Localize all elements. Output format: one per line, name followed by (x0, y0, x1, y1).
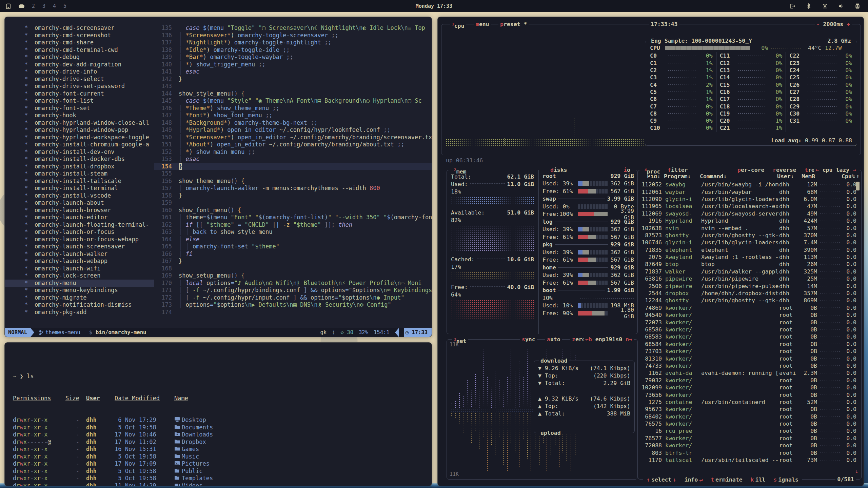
process-row[interactable]: 87573ghostty/usr/bin/ghostty --gtk-dhh37… (639, 232, 860, 239)
file-item[interactable]: *omarchy-install-chromium-google-a (5, 141, 154, 148)
process-row[interactable]: 94540kworker/root0B0.0 (639, 311, 860, 319)
workspace-3[interactable]: 3 (42, 3, 45, 9)
tab-per-core[interactable]: per-core (736, 167, 766, 173)
workspace-active[interactable] (19, 4, 24, 8)
process-row[interactable]: 106746glycin-i/usr/lib/glycin-loadersdhh… (639, 239, 860, 246)
file-item[interactable]: *omarchy-migrate (5, 294, 154, 302)
file-item[interactable]: *omarchy-font-list (5, 97, 154, 105)
process-row[interactable]: 76577kworker/root0B0.0 (639, 435, 860, 442)
file-item[interactable]: *omarchy-drive-info (5, 68, 154, 76)
file-item[interactable]: *omarchy-hyprland-window-close-all (5, 119, 154, 127)
process-row[interactable]: 2075XwaylandXwayland :1 -rootless -dhh11… (639, 253, 860, 261)
footer-signals-button[interactable]: signals (772, 476, 800, 483)
process-row[interactable]: 95673kworker/root0B0.0 (639, 406, 860, 413)
process-row[interactable]: 112090glycin-i/usr/lib/glycin-loadersdhh… (639, 196, 860, 203)
process-row[interactable]: 16rcu_preeroot0B0.0 (639, 427, 860, 434)
proc-scrollbar-thumb[interactable] (856, 182, 860, 190)
file-item[interactable]: *omarchy-lock-screen (5, 272, 154, 280)
file-item[interactable]: *omarchy-install-terminal (5, 185, 154, 192)
file-item[interactable]: *omarchy-dev-add-migration (5, 61, 154, 68)
process-row[interactable]: 102099kworker/root0B0.0 (639, 384, 860, 391)
process-row[interactable]: 1162avahi-daavahi-daemon: running [avahi… (639, 369, 860, 377)
process-row[interactable]: 73656kworker/root0B0.0 (639, 391, 860, 398)
process-row[interactable]: 73703kworker/root0B0.0 (639, 348, 860, 355)
process-row[interactable]: 68402kworker/root0B0.0 (639, 413, 860, 420)
tab-filter[interactable]: filter (666, 167, 690, 173)
file-item[interactable]: *omarchy-launch-about (5, 199, 154, 207)
file-item[interactable]: *omarchy-menu-keybindings (5, 287, 154, 294)
process-row[interactable]: 112052swaybg/usr/bin/swaybg -i /homdhh12… (639, 181, 860, 188)
file-item[interactable]: *omarchy-font-current (5, 90, 154, 98)
process-row[interactable]: 87649btopbtopdhh26M0.0 (639, 261, 860, 268)
file-item[interactable]: *omarchy-launch-screensaver (5, 243, 154, 250)
editor-window[interactable]: *omarchy-cmd-screensaver*omarchy-cmd-scr… (4, 17, 432, 337)
file-item[interactable]: *omarchy-launch-or-focus-webapp (5, 236, 154, 243)
process-row[interactable]: 79032kworker/root0B0.0 (639, 377, 860, 384)
file-item[interactable]: *omarchy-drive-select (5, 76, 154, 83)
process-row[interactable]: 803btrfs-trroot0B0.0 (639, 449, 860, 456)
tab-auto[interactable]: auto (545, 336, 562, 343)
file-item[interactable]: *omarchy-launch-floating-terminal- (5, 221, 154, 229)
process-row[interactable]: 111965localsea/usr/lib/localsearch-exdhh… (639, 203, 860, 210)
workspace-2[interactable]: 2 (32, 3, 35, 9)
sort-column-selector[interactable]: ← cpu lazy → (814, 167, 858, 173)
file-item[interactable]: *omarchy-launch-walker (5, 250, 154, 258)
process-row[interactable]: 1275containe/usr/bin/containerdroot52M0.… (639, 399, 860, 406)
file-item[interactable]: *omarchy-notification-dismiss (5, 301, 154, 309)
process-row[interactable]: 102638nvimnvim --embed .dhh57M0.0 (639, 224, 860, 231)
network-icon[interactable] (822, 3, 828, 9)
file-item[interactable]: *omarchy-debug (5, 54, 154, 61)
file-item[interactable]: *omarchy-launch-or-focus (5, 228, 154, 236)
file-item[interactable]: *omarchy-font-set (5, 105, 154, 112)
process-row[interactable]: 68583kworker/root0B0.0 (639, 333, 860, 340)
footer-kill-button[interactable]: kill (749, 476, 767, 483)
process-row[interactable]: 2506pipewire/usr/bin/pipewire-pulsedhh14… (639, 282, 860, 289)
process-row[interactable]: 1170tailscal/usr/sbin/tailscaled --root7… (639, 456, 860, 464)
file-item[interactable]: *omarchy-menu (5, 280, 154, 287)
process-row[interactable]: 74869kworker/root0B0.0 (639, 304, 860, 311)
file-item[interactable]: *omarchy-launch-wifi (5, 265, 154, 272)
footer-info-button[interactable]: info↵ (683, 476, 704, 483)
process-row[interactable]: 81310kworker/root0B0.0 (639, 355, 860, 362)
prev-interface[interactable]: ←b (585, 336, 592, 343)
terminal-window[interactable]: ~ ❯ ls Permissions Size User Date Modifi… (4, 342, 432, 486)
process-row[interactable]: 1916HyprlandHyprlanddhh424M0.0 (639, 217, 860, 224)
tab-preset[interactable]: preset * (498, 21, 529, 27)
file-item[interactable]: *omarchy-pkg-add (5, 309, 154, 316)
file-item[interactable]: *omarchy-hyprland-workspace-toggle (5, 134, 154, 141)
process-row[interactable]: 74733kworker/root0B0.0 (639, 362, 860, 369)
workspace-5[interactable]: 5 (63, 3, 66, 9)
process-row[interactable]: 12244ghostty/usr/bin/ghostty --gtk-dhh86… (639, 297, 860, 304)
file-item[interactable]: *omarchy-launch-editor (5, 214, 154, 221)
tab-sync[interactable]: sync (520, 336, 537, 343)
rate-increase[interactable]: + (847, 21, 850, 27)
file-item[interactable]: *omarchy-cmd-share (5, 39, 154, 46)
file-item[interactable]: *omarchy-cmd-screenshot (5, 32, 154, 39)
volume-icon[interactable] (838, 3, 844, 9)
file-item[interactable]: *omarchy-install-tailscale (5, 178, 154, 185)
tab-reverse[interactable]: reverse (771, 167, 798, 173)
file-item[interactable]: *omarchy-cmd-screensaver (5, 24, 154, 32)
file-item[interactable]: *omarchy-launch-browser (5, 207, 154, 214)
process-row[interactable]: 71835elephantelephantdhh390M0.0 (639, 246, 860, 253)
process-row[interactable]: 72088kworker/root0B0.0 (639, 442, 860, 449)
footer-select-button[interactable]: ↑select↓ (645, 476, 678, 483)
file-item[interactable]: *omarchy-install-steam (5, 170, 154, 178)
logout-icon[interactable] (789, 3, 795, 9)
file-item[interactable]: *omarchy-hook (5, 112, 154, 119)
tab-menu[interactable]: menu (474, 21, 491, 27)
process-row[interactable]: 112069swayosd-/usr/bin/swayosd-serverdhh… (639, 210, 860, 217)
file-item[interactable]: *omarchy-cmd-terminal-cwd (5, 46, 154, 54)
process-row[interactable]: 112061waybar/usr/bin/waybardhh68M0.0 (639, 188, 860, 195)
rate-decrease[interactable]: - (816, 21, 820, 27)
bluetooth-icon[interactable] (806, 3, 812, 9)
file-item[interactable]: *omarchy-launch-webapp (5, 258, 154, 265)
process-row[interactable]: 72073kworker/root0B0.0 (639, 319, 860, 326)
file-list-pane[interactable]: *omarchy-cmd-screensaver*omarchy-cmd-scr… (5, 17, 154, 328)
file-item[interactable]: *omarchy-hyprland-window-pop (5, 126, 154, 134)
file-item[interactable]: *omarchy-install-dropbox (5, 163, 154, 170)
process-row[interactable]: 2544dropbox/home/dhh/.dropbox-distdhh357… (639, 290, 860, 297)
process-row[interactable]: 68586kworker/root0B0.0 (639, 326, 860, 333)
footer-terminate-button[interactable]: terminate (709, 476, 744, 483)
file-item[interactable]: *omarchy-drive-set-password (5, 83, 154, 90)
